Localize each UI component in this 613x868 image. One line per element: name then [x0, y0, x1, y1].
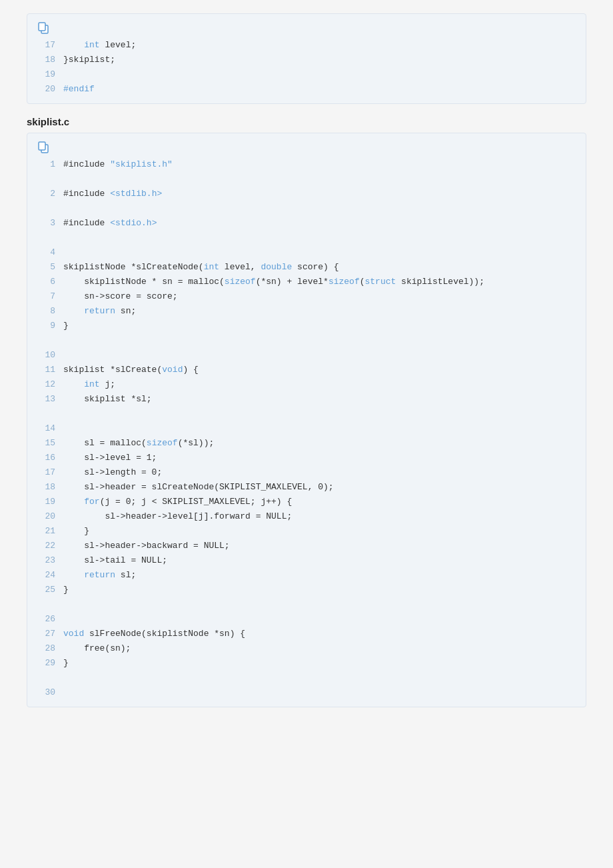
code-line: 17 int level;: [37, 38, 576, 53]
code-line: 20 #endif: [37, 82, 576, 97]
code-line: 18 sl->header = slCreateNode(SKIPLIST_MA…: [37, 480, 576, 495]
code-line: 28 free(sn);: [37, 641, 576, 656]
code-line: 19 for(j = 0; j < SKIPLIST_MAXLEVEL; j++…: [37, 495, 576, 509]
code-line: 15 sl = malloc(sizeof(*sl));: [37, 436, 576, 451]
copy-icon-skiplist-c[interactable]: [37, 140, 50, 153]
code-line: 25 }: [37, 583, 576, 597]
code-line: [37, 172, 576, 187]
code-line: 17 sl->length = 0;: [37, 465, 576, 480]
code-line: 12 int j;: [37, 377, 576, 392]
code-line: 11 skiplist *slCreate(void) {: [37, 363, 576, 377]
code-line: [37, 671, 576, 685]
copy-icon-header[interactable]: [37, 21, 50, 34]
header-code-block: 17 int level; 18 }skiplist; 19 20 #endif: [27, 13, 586, 104]
code-line: 3 #include <stdio.h>: [37, 216, 576, 231]
code-line: 13 skiplist *sl;: [37, 392, 576, 407]
code-line: 7 sn->score = score;: [37, 289, 576, 304]
code-line: [37, 407, 576, 421]
code-line: 5 skiplistNode *slCreateNode(int level, …: [37, 260, 576, 275]
file-title: skiplist.c: [27, 116, 586, 127]
code-line: 19: [37, 67, 576, 82]
code-line: 20 sl->header->level[j].forward = NULL;: [37, 509, 576, 524]
code-line: 18 }skiplist;: [37, 53, 576, 67]
skiplist-c-code-block: 1 #include "skiplist.h" 2 #include <stdl…: [27, 133, 586, 707]
code-line: 16 sl->level = 1;: [37, 451, 576, 465]
svg-rect-3: [39, 142, 45, 150]
code-line: 22 sl->header->backward = NULL;: [37, 539, 576, 553]
code-line: 9 }: [37, 319, 576, 333]
code-line: [37, 201, 576, 216]
code-line: 27 void slFreeNode(skiplistNode *sn) {: [37, 627, 576, 641]
code-line: 30: [37, 685, 576, 700]
code-line: [37, 333, 576, 348]
svg-rect-1: [39, 23, 45, 31]
code-line: 23 sl->tail = NULL;: [37, 553, 576, 568]
code-line: 21 }: [37, 524, 576, 539]
code-line: 1 #include "skiplist.h": [37, 157, 576, 172]
code-line: 10: [37, 348, 576, 363]
code-line: 29 }: [37, 656, 576, 671]
code-line: 24 return sl;: [37, 568, 576, 583]
code-line: 2 #include <stdlib.h>: [37, 187, 576, 201]
code-line: [37, 231, 576, 245]
code-line: [37, 597, 576, 612]
code-line: 14: [37, 421, 576, 436]
code-line: 8 return sn;: [37, 304, 576, 319]
code-line: 26: [37, 612, 576, 627]
code-line: 4: [37, 245, 576, 260]
code-line: 6 skiplistNode * sn = malloc(sizeof(*sn)…: [37, 275, 576, 289]
